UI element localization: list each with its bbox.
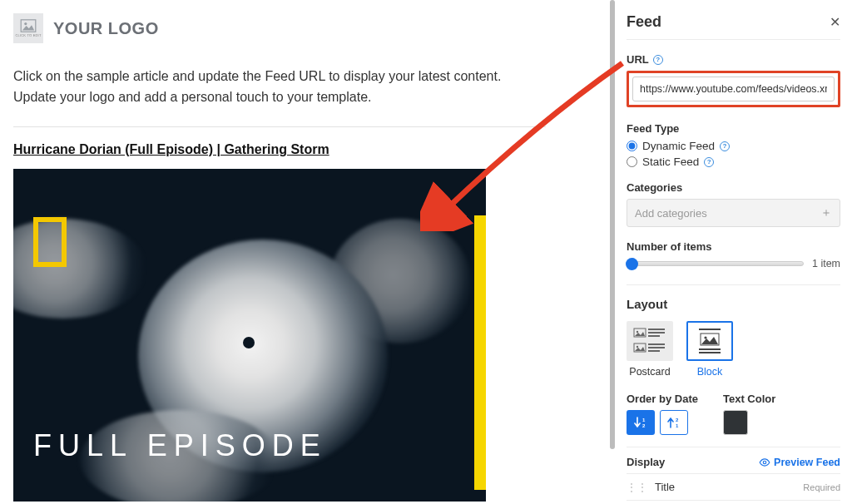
feed-url-input[interactable] [632, 77, 835, 101]
feed-type-dynamic[interactable]: Dynamic Feed ? [627, 140, 840, 152]
logo-block[interactable]: CLICK TO EDIT YOUR LOGO [13, 13, 602, 43]
block-layout-icon [697, 327, 722, 355]
slider-thumb[interactable] [626, 258, 638, 270]
brand-text[interactable]: YOUR LOGO [53, 19, 159, 38]
click-to-edit-label: CLICK TO EDIT [15, 33, 41, 37]
static-feed-radio[interactable] [627, 156, 637, 167]
categories-label: Categories [627, 181, 682, 194]
layout-heading: Layout [627, 297, 840, 311]
feed-type-static[interactable]: Static Feed ? [627, 156, 840, 168]
svg-point-8 [637, 346, 638, 348]
preview-feed-link[interactable]: Preview Feed [759, 457, 840, 468]
url-label: URL [627, 53, 649, 66]
order-desc-button[interactable]: 1 2 [627, 410, 655, 435]
feed-article-thumbnail[interactable]: FULL EPISODE [13, 169, 486, 502]
sort-desc-icon: 1 2 [633, 416, 648, 429]
svg-point-21 [763, 461, 766, 464]
categories-placeholder: Add categories [635, 207, 707, 220]
display-label: Display [627, 456, 665, 468]
template-preview: CLICK TO EDIT YOUR LOGO Click on the sam… [0, 0, 615, 504]
text-color-label: Text Color [723, 393, 775, 405]
display-field-title: Title [655, 481, 675, 493]
order-label: Order by Date [627, 393, 698, 405]
logo-placeholder[interactable]: CLICK TO EDIT [13, 13, 43, 43]
required-badge: Required [803, 482, 840, 492]
section-divider [627, 284, 840, 285]
svg-point-3 [637, 331, 638, 333]
svg-text:2: 2 [676, 418, 679, 422]
help-icon[interactable]: ? [653, 55, 663, 65]
image-placeholder-icon [20, 19, 37, 32]
text-color-swatch[interactable] [723, 410, 748, 435]
layout-option-postcard[interactable]: Postcard [627, 321, 673, 378]
yellow-strip [474, 215, 486, 490]
content-divider [13, 126, 546, 127]
svg-text:2: 2 [642, 423, 646, 428]
close-icon[interactable]: ✕ [830, 14, 840, 30]
preview-feed-label: Preview Feed [774, 457, 840, 468]
feed-settings-panel: Feed ✕ URL ? Feed Type Dynamic Feed ? St… [615, 0, 852, 504]
items-count: 1 item [812, 258, 840, 269]
dynamic-feed-radio[interactable] [627, 141, 637, 151]
static-feed-label: Static Feed [642, 156, 699, 168]
block-label: Block [686, 366, 733, 378]
feed-article-title[interactable]: Hurricane Dorian (Full Episode) | Gather… [13, 142, 329, 157]
hurricane-eye [243, 337, 255, 348]
svg-text:1: 1 [642, 418, 646, 422]
intro-text[interactable]: Click on the sample article and update t… [13, 67, 546, 108]
svg-point-1 [24, 22, 27, 25]
help-icon[interactable]: ? [720, 141, 730, 151]
natgeo-frame-icon [33, 217, 67, 267]
dynamic-feed-label: Dynamic Feed [642, 140, 715, 152]
feed-type-label: Feed Type [627, 122, 679, 135]
eye-icon [759, 457, 770, 468]
layout-option-block[interactable]: Block [686, 321, 733, 378]
panel-title: Feed [627, 13, 661, 31]
help-icon[interactable]: ? [704, 157, 714, 167]
sort-asc-icon: 2 1 [666, 416, 681, 429]
drag-handle-icon[interactable]: ⋮⋮ [627, 482, 648, 493]
postcard-layout-icon [633, 327, 666, 355]
thumbnail-overlay-text: FULL EPISODE [33, 428, 327, 463]
plus-icon[interactable]: ＋ [820, 205, 832, 220]
categories-input[interactable]: Add categories ＋ [627, 199, 840, 227]
items-slider[interactable] [627, 261, 804, 266]
svg-text:1: 1 [676, 423, 679, 428]
postcard-label: Postcard [627, 366, 673, 378]
url-highlight-box [627, 71, 840, 107]
items-label: Number of items [627, 240, 712, 253]
order-asc-button[interactable]: 2 1 [660, 410, 688, 435]
preview-scrollbar[interactable] [610, 0, 615, 449]
display-item-title[interactable]: ⋮⋮ Title Required [627, 473, 840, 501]
